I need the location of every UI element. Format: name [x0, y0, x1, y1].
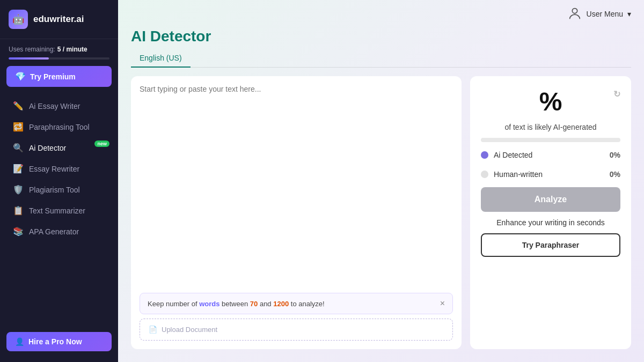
uses-count: 5 / minute — [57, 46, 87, 53]
hint-max: 1200 — [273, 300, 289, 308]
human-written-label: Human-written — [494, 170, 604, 179]
paraphrasing-tool-label: Paraphrasing Tool — [29, 123, 90, 131]
svg-point-0 — [572, 9, 577, 13]
hint-between2: and — [260, 300, 273, 308]
content-area: AI Detector English (US) Keep number of … — [118, 28, 644, 362]
usage-fill — [9, 57, 49, 60]
percent-value: % — [539, 87, 562, 116]
hint-after: to analyze! — [291, 300, 325, 308]
lang-tab-english-us[interactable]: English (US) — [131, 49, 191, 68]
logo-text: eduwriter.ai — [33, 14, 84, 25]
try-premium-button[interactable]: 💎 Try Premium — [6, 66, 112, 87]
ai-detector-label: Ai Detector — [29, 144, 66, 152]
ai-detector-icon: 🔍 — [13, 143, 24, 153]
ai-essay-writer-label: Ai Essay Writer — [29, 102, 80, 110]
refresh-icon[interactable]: ↻ — [613, 89, 620, 99]
enhance-label: Enhance your writing in seconds — [481, 218, 620, 227]
plagiarism-tool-label: Plagiarism Tool — [29, 186, 80, 194]
sidebar-item-paraphrasing-tool[interactable]: 🔁 Paraphrasing Tool — [4, 116, 114, 137]
logo-area: 🤖 eduwriter.ai — [0, 0, 118, 39]
upload-area[interactable]: 📄 Upload Document — [140, 319, 453, 341]
human-written-pct: 0% — [610, 170, 620, 179]
apa-generator-label: APA Generator — [29, 227, 79, 236]
detector-panel: Keep number of words between 70 and 1200… — [131, 76, 631, 349]
sidebar-item-essay-rewriter[interactable]: 📝 Essay Rewriter — [4, 158, 114, 179]
user-icon — [567, 6, 582, 21]
hint-min: 70 — [250, 300, 258, 308]
ai-detected-row: Ai Detected 0% — [481, 149, 620, 161]
hint-close-button[interactable]: × — [440, 299, 445, 308]
sidebar-nav: ✏️ Ai Essay Writer 🔁 Paraphrasing Tool 🔍… — [0, 95, 118, 242]
analyze-button[interactable]: Analyze — [481, 187, 620, 212]
text-input-area: Keep number of words between 70 and 1200… — [131, 76, 462, 349]
hint-bar: Keep number of words between 70 and 1200… — [140, 293, 453, 314]
hint-text: Keep number of words between 70 and 1200… — [148, 300, 325, 308]
text-summarizer-label: Text Summarizer — [29, 206, 85, 215]
sidebar-item-apa-generator[interactable]: 📚 APA Generator — [4, 221, 114, 242]
chevron-down-icon: ▾ — [627, 10, 631, 18]
detection-progress-bar — [481, 138, 620, 142]
human-written-row: Human-written 0% — [481, 168, 620, 181]
ai-detected-label: Ai Detected — [494, 151, 604, 159]
human-written-dot — [481, 171, 488, 178]
ai-detector-badge: new — [94, 141, 109, 147]
page-title: AI Detector — [131, 28, 631, 45]
sidebar-item-text-summarizer[interactable]: 📋 Text Summarizer — [4, 200, 114, 221]
lang-tabs: English (US) — [131, 49, 631, 68]
main-content: User Menu ▾ AI Detector English (US) Kee… — [118, 0, 644, 362]
user-menu-label: User Menu — [587, 10, 623, 18]
apa-generator-icon: 📚 — [13, 226, 24, 237]
sidebar-item-ai-essay-writer[interactable]: ✏️ Ai Essay Writer — [4, 95, 114, 116]
upload-icon: 📄 — [149, 326, 157, 334]
ai-essay-writer-icon: ✏️ — [13, 101, 24, 111]
essay-rewriter-icon: 📝 — [13, 164, 24, 174]
hint-words-link[interactable]: words — [199, 300, 219, 308]
text-summarizer-icon: 📋 — [13, 205, 24, 216]
hint-before: Keep number of — [148, 300, 199, 308]
hire-pro-button[interactable]: 👤 Hire a Pro Now — [6, 332, 112, 351]
paraphrasing-tool-icon: 🔁 — [13, 122, 24, 132]
ai-detected-pct: 0% — [610, 151, 620, 159]
sidebar: 🤖 eduwriter.ai Uses remaining: 5 / minut… — [0, 0, 118, 362]
logo-icon: 🤖 — [9, 10, 28, 29]
hint-between1: between — [222, 300, 250, 308]
sidebar-item-plagiarism-tool[interactable]: 🛡️ Plagiarism Tool — [4, 179, 114, 200]
usage-progress-bar — [9, 57, 109, 60]
user-menu[interactable]: User Menu ▾ — [567, 6, 631, 21]
essay-rewriter-label: Essay Rewriter — [29, 165, 79, 173]
plagiarism-tool-icon: 🛡️ — [13, 184, 24, 195]
uses-remaining-bar: Uses remaining: 5 / minute — [0, 39, 118, 55]
text-editor[interactable] — [140, 85, 453, 289]
percent-display: % ↻ — [481, 87, 620, 116]
sidebar-item-ai-detector[interactable]: 🔍 Ai Detector new — [4, 137, 114, 158]
hire-pro-icon: 👤 — [15, 337, 24, 346]
gem-icon: 💎 — [15, 71, 26, 82]
ai-detected-dot — [481, 151, 488, 159]
try-premium-label: Try Premium — [30, 72, 76, 81]
uses-label: Uses remaining: — [9, 46, 55, 53]
hire-pro-label: Hire a Pro Now — [28, 337, 82, 346]
ai-generated-subtitle: of text is likely AI-generated — [481, 123, 620, 131]
try-paraphraser-button[interactable]: Try Paraphraser — [481, 233, 620, 257]
results-panel: % ↻ of text is likely AI-generated Ai De… — [470, 76, 631, 349]
topbar: User Menu ▾ — [118, 0, 644, 28]
upload-label: Upload Document — [162, 326, 217, 334]
